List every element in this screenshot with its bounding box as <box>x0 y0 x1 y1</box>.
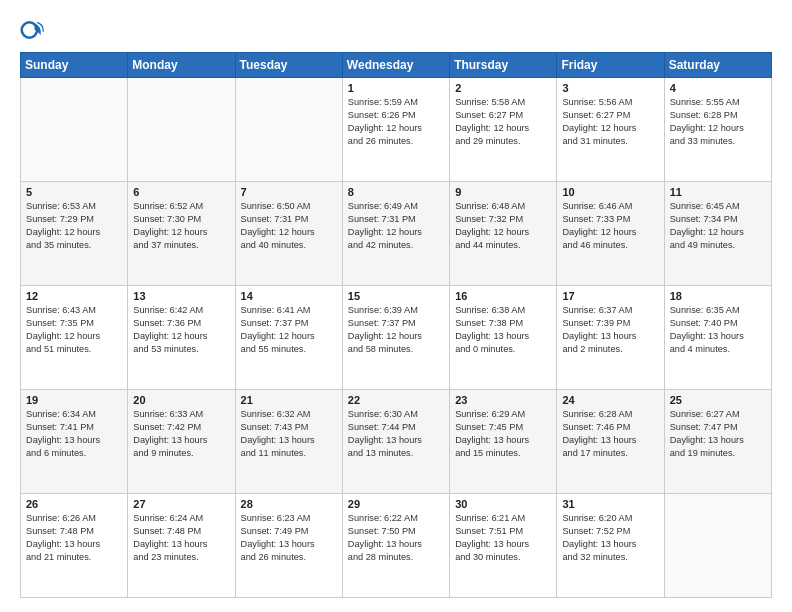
calendar-cell: 23Sunrise: 6:29 AM Sunset: 7:45 PM Dayli… <box>450 390 557 494</box>
calendar-week-row: 1Sunrise: 5:59 AM Sunset: 6:26 PM Daylig… <box>21 78 772 182</box>
day-number: 25 <box>670 394 766 406</box>
cell-sun-info: Sunrise: 5:56 AM Sunset: 6:27 PM Dayligh… <box>562 96 658 148</box>
day-number: 13 <box>133 290 229 302</box>
cell-sun-info: Sunrise: 6:42 AM Sunset: 7:36 PM Dayligh… <box>133 304 229 356</box>
calendar-cell: 11Sunrise: 6:45 AM Sunset: 7:34 PM Dayli… <box>664 182 771 286</box>
calendar-cell: 20Sunrise: 6:33 AM Sunset: 7:42 PM Dayli… <box>128 390 235 494</box>
cell-sun-info: Sunrise: 6:28 AM Sunset: 7:46 PM Dayligh… <box>562 408 658 460</box>
day-number: 1 <box>348 82 444 94</box>
day-number: 27 <box>133 498 229 510</box>
cell-sun-info: Sunrise: 6:46 AM Sunset: 7:33 PM Dayligh… <box>562 200 658 252</box>
calendar-cell: 2Sunrise: 5:58 AM Sunset: 6:27 PM Daylig… <box>450 78 557 182</box>
day-number: 17 <box>562 290 658 302</box>
day-of-week-header: Wednesday <box>342 53 449 78</box>
calendar-cell: 6Sunrise: 6:52 AM Sunset: 7:30 PM Daylig… <box>128 182 235 286</box>
cell-sun-info: Sunrise: 6:34 AM Sunset: 7:41 PM Dayligh… <box>26 408 122 460</box>
calendar-cell: 14Sunrise: 6:41 AM Sunset: 7:37 PM Dayli… <box>235 286 342 390</box>
day-of-week-header: Saturday <box>664 53 771 78</box>
calendar-cell: 9Sunrise: 6:48 AM Sunset: 7:32 PM Daylig… <box>450 182 557 286</box>
calendar-cell: 10Sunrise: 6:46 AM Sunset: 7:33 PM Dayli… <box>557 182 664 286</box>
day-number: 3 <box>562 82 658 94</box>
calendar-cell: 30Sunrise: 6:21 AM Sunset: 7:51 PM Dayli… <box>450 494 557 598</box>
calendar-week-row: 5Sunrise: 6:53 AM Sunset: 7:29 PM Daylig… <box>21 182 772 286</box>
cell-sun-info: Sunrise: 6:50 AM Sunset: 7:31 PM Dayligh… <box>241 200 337 252</box>
cell-sun-info: Sunrise: 6:26 AM Sunset: 7:48 PM Dayligh… <box>26 512 122 564</box>
logo <box>20 18 48 42</box>
cell-sun-info: Sunrise: 6:24 AM Sunset: 7:48 PM Dayligh… <box>133 512 229 564</box>
calendar-cell <box>128 78 235 182</box>
day-number: 16 <box>455 290 551 302</box>
day-number: 4 <box>670 82 766 94</box>
calendar-cell: 21Sunrise: 6:32 AM Sunset: 7:43 PM Dayli… <box>235 390 342 494</box>
day-of-week-header: Monday <box>128 53 235 78</box>
calendar-cell: 22Sunrise: 6:30 AM Sunset: 7:44 PM Dayli… <box>342 390 449 494</box>
calendar-table: SundayMondayTuesdayWednesdayThursdayFrid… <box>20 52 772 598</box>
day-number: 23 <box>455 394 551 406</box>
cell-sun-info: Sunrise: 6:48 AM Sunset: 7:32 PM Dayligh… <box>455 200 551 252</box>
calendar-week-row: 12Sunrise: 6:43 AM Sunset: 7:35 PM Dayli… <box>21 286 772 390</box>
cell-sun-info: Sunrise: 6:22 AM Sunset: 7:50 PM Dayligh… <box>348 512 444 564</box>
day-number: 28 <box>241 498 337 510</box>
cell-sun-info: Sunrise: 6:52 AM Sunset: 7:30 PM Dayligh… <box>133 200 229 252</box>
day-number: 22 <box>348 394 444 406</box>
calendar-cell: 8Sunrise: 6:49 AM Sunset: 7:31 PM Daylig… <box>342 182 449 286</box>
calendar-cell: 24Sunrise: 6:28 AM Sunset: 7:46 PM Dayli… <box>557 390 664 494</box>
calendar-header-row: SundayMondayTuesdayWednesdayThursdayFrid… <box>21 53 772 78</box>
calendar-cell: 28Sunrise: 6:23 AM Sunset: 7:49 PM Dayli… <box>235 494 342 598</box>
day-number: 10 <box>562 186 658 198</box>
day-of-week-header: Thursday <box>450 53 557 78</box>
day-number: 15 <box>348 290 444 302</box>
cell-sun-info: Sunrise: 6:27 AM Sunset: 7:47 PM Dayligh… <box>670 408 766 460</box>
calendar-cell: 17Sunrise: 6:37 AM Sunset: 7:39 PM Dayli… <box>557 286 664 390</box>
day-of-week-header: Friday <box>557 53 664 78</box>
cell-sun-info: Sunrise: 6:21 AM Sunset: 7:51 PM Dayligh… <box>455 512 551 564</box>
day-number: 24 <box>562 394 658 406</box>
calendar-cell: 25Sunrise: 6:27 AM Sunset: 7:47 PM Dayli… <box>664 390 771 494</box>
calendar-cell: 26Sunrise: 6:26 AM Sunset: 7:48 PM Dayli… <box>21 494 128 598</box>
calendar-cell <box>21 78 128 182</box>
calendar-cell: 29Sunrise: 6:22 AM Sunset: 7:50 PM Dayli… <box>342 494 449 598</box>
cell-sun-info: Sunrise: 6:53 AM Sunset: 7:29 PM Dayligh… <box>26 200 122 252</box>
cell-sun-info: Sunrise: 6:49 AM Sunset: 7:31 PM Dayligh… <box>348 200 444 252</box>
cell-sun-info: Sunrise: 6:43 AM Sunset: 7:35 PM Dayligh… <box>26 304 122 356</box>
calendar-cell: 7Sunrise: 6:50 AM Sunset: 7:31 PM Daylig… <box>235 182 342 286</box>
cell-sun-info: Sunrise: 5:59 AM Sunset: 6:26 PM Dayligh… <box>348 96 444 148</box>
day-number: 11 <box>670 186 766 198</box>
calendar-cell: 1Sunrise: 5:59 AM Sunset: 6:26 PM Daylig… <box>342 78 449 182</box>
cell-sun-info: Sunrise: 6:29 AM Sunset: 7:45 PM Dayligh… <box>455 408 551 460</box>
cell-sun-info: Sunrise: 6:38 AM Sunset: 7:38 PM Dayligh… <box>455 304 551 356</box>
day-of-week-header: Sunday <box>21 53 128 78</box>
cell-sun-info: Sunrise: 6:39 AM Sunset: 7:37 PM Dayligh… <box>348 304 444 356</box>
cell-sun-info: Sunrise: 6:30 AM Sunset: 7:44 PM Dayligh… <box>348 408 444 460</box>
day-number: 30 <box>455 498 551 510</box>
calendar-page: SundayMondayTuesdayWednesdayThursdayFrid… <box>0 0 792 612</box>
calendar-week-row: 26Sunrise: 6:26 AM Sunset: 7:48 PM Dayli… <box>21 494 772 598</box>
calendar-cell: 15Sunrise: 6:39 AM Sunset: 7:37 PM Dayli… <box>342 286 449 390</box>
calendar-cell: 18Sunrise: 6:35 AM Sunset: 7:40 PM Dayli… <box>664 286 771 390</box>
calendar-cell: 19Sunrise: 6:34 AM Sunset: 7:41 PM Dayli… <box>21 390 128 494</box>
calendar-cell: 31Sunrise: 6:20 AM Sunset: 7:52 PM Dayli… <box>557 494 664 598</box>
cell-sun-info: Sunrise: 6:23 AM Sunset: 7:49 PM Dayligh… <box>241 512 337 564</box>
calendar-cell: 12Sunrise: 6:43 AM Sunset: 7:35 PM Dayli… <box>21 286 128 390</box>
cell-sun-info: Sunrise: 6:45 AM Sunset: 7:34 PM Dayligh… <box>670 200 766 252</box>
cell-sun-info: Sunrise: 6:33 AM Sunset: 7:42 PM Dayligh… <box>133 408 229 460</box>
logo-icon <box>20 18 44 42</box>
cell-sun-info: Sunrise: 6:37 AM Sunset: 7:39 PM Dayligh… <box>562 304 658 356</box>
day-number: 31 <box>562 498 658 510</box>
cell-sun-info: Sunrise: 6:41 AM Sunset: 7:37 PM Dayligh… <box>241 304 337 356</box>
day-number: 14 <box>241 290 337 302</box>
calendar-cell: 13Sunrise: 6:42 AM Sunset: 7:36 PM Dayli… <box>128 286 235 390</box>
day-number: 6 <box>133 186 229 198</box>
cell-sun-info: Sunrise: 5:55 AM Sunset: 6:28 PM Dayligh… <box>670 96 766 148</box>
day-number: 5 <box>26 186 122 198</box>
day-number: 9 <box>455 186 551 198</box>
day-number: 7 <box>241 186 337 198</box>
day-number: 19 <box>26 394 122 406</box>
calendar-cell: 5Sunrise: 6:53 AM Sunset: 7:29 PM Daylig… <box>21 182 128 286</box>
calendar-cell: 3Sunrise: 5:56 AM Sunset: 6:27 PM Daylig… <box>557 78 664 182</box>
day-number: 8 <box>348 186 444 198</box>
day-number: 2 <box>455 82 551 94</box>
day-number: 21 <box>241 394 337 406</box>
cell-sun-info: Sunrise: 5:58 AM Sunset: 6:27 PM Dayligh… <box>455 96 551 148</box>
calendar-cell: 16Sunrise: 6:38 AM Sunset: 7:38 PM Dayli… <box>450 286 557 390</box>
